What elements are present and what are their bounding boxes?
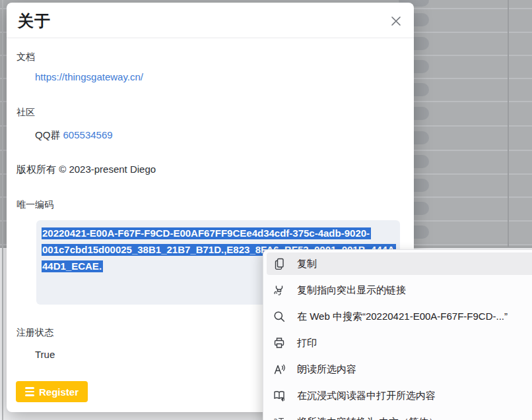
selected-text: 44D1_ECAE. <box>42 260 103 272</box>
menu-item-label: 在 Web 中搜索“20220421-E00A-F67F-F9CD-...” <box>297 311 508 323</box>
copy-link-highlight-icon <box>273 284 286 297</box>
close-icon <box>389 15 403 28</box>
menu-item-copy[interactable]: 复制 <box>267 253 532 275</box>
unique-code-label: 唯一编码 <box>17 199 53 211</box>
svg-text:a: a <box>274 416 278 420</box>
selected-text: 20220421-E00A-F67F-F9CD-E00AF67FF9CEe4d3… <box>42 227 371 239</box>
context-menu: 复制 复制指向突出显示的链接 在 Web 中搜索“20220421-E00A-F… <box>263 249 532 420</box>
page-root: { "dialog": { "title": "关于", "docs_label… <box>0 0 532 420</box>
menu-item-translate[interactable]: a 文 将所选内容转换为 中文（简体） <box>263 409 532 420</box>
close-button[interactable] <box>387 13 405 30</box>
menu-item-copy-link-highlight[interactable]: 复制指向突出显示的链接 <box>263 277 532 303</box>
unique-code-line: 20220421-E00A-F67F-F9CD-E00AF67FF9CEe4d3… <box>42 225 395 241</box>
menu-item-search-web[interactable]: 在 Web 中搜索“20220421-E00A-F67F-F9CD-...” <box>263 303 532 330</box>
menu-item-label: 复制指向突出显示的链接 <box>297 284 406 297</box>
menu-item-immersive-reader[interactable]: 在沉浸式阅读器中打开所选内容 <box>263 382 532 409</box>
community-label: 社区 <box>17 107 35 119</box>
register-status-label: 注册状态 <box>17 327 53 339</box>
register-button-icon <box>25 387 34 396</box>
dialog-title: 关于 <box>18 11 51 32</box>
docs-link[interactable]: https://thingsgateway.cn/ <box>35 71 143 82</box>
menu-item-label: 朗读所选内容 <box>297 363 356 376</box>
menu-item-label: 复制 <box>297 258 317 270</box>
register-button[interactable]: Register <box>16 381 88 402</box>
search-icon <box>273 310 286 323</box>
register-status-value: True <box>35 349 55 360</box>
menu-item-read-aloud[interactable]: 朗读所选内容 <box>263 356 532 382</box>
dialog-header: 关于 <box>7 3 414 38</box>
menu-item-label: 在沉浸式阅读器中打开所选内容 <box>297 390 436 402</box>
background-left-border <box>2 0 3 420</box>
menu-item-print[interactable]: 打印 <box>263 330 532 356</box>
table-column-divider <box>508 0 509 248</box>
copy-icon <box>273 257 286 270</box>
print-icon <box>273 336 286 349</box>
menu-item-label: 打印 <box>297 337 317 349</box>
menu-item-label: 将所选内容转换为 中文（简体） <box>297 416 438 420</box>
community-row: QQ群 605534569 <box>35 129 113 142</box>
translate-icon: a 文 <box>273 415 286 420</box>
read-aloud-icon <box>273 363 286 376</box>
immersive-reader-icon <box>273 389 286 402</box>
community-prefix: QQ群 <box>35 129 63 140</box>
docs-label: 文档 <box>17 51 35 63</box>
qq-group-link[interactable]: 605534569 <box>63 129 113 140</box>
register-button-label: Register <box>39 386 79 398</box>
copyright-text: 版权所有 © 2023-present Diego <box>17 164 156 176</box>
